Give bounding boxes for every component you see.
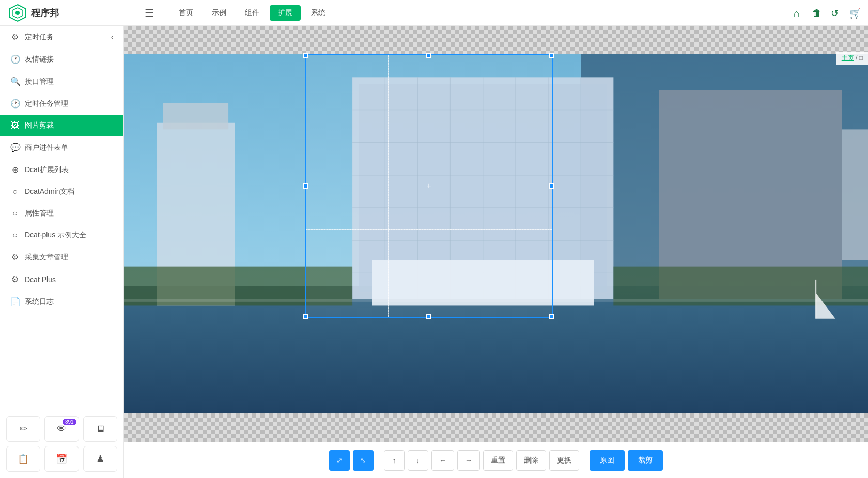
cart-icon[interactable]: 🛒 xyxy=(849,8,860,18)
toolbar: ⤢ ⤡ ↑ ↓ ← → 重置 删除 更换 原图 裁剪 xyxy=(124,442,868,478)
grid-line-h2 xyxy=(306,229,552,230)
chess-icon: ♟ xyxy=(96,453,104,465)
handle-top-right[interactable] xyxy=(549,53,554,58)
grid-line-v1 xyxy=(388,55,389,317)
change-button[interactable]: 更换 xyxy=(549,450,579,471)
crop-center[interactable]: + xyxy=(426,181,431,191)
svg-point-2 xyxy=(16,11,20,15)
plus-circle-icon: ⊕ xyxy=(10,165,20,175)
circle-icon: ○ xyxy=(10,187,20,196)
sidebar: ⚙ 定时任务 ‹ 🕐 友情链接 🔍 接口管理 🕐 定时任务管理 🖼 图片剪裁 💬… xyxy=(0,26,124,478)
handle-top-left[interactable] xyxy=(303,53,308,58)
extra-button[interactable]: ♟ xyxy=(83,446,117,472)
logo-icon xyxy=(8,4,27,22)
gear-icon: ⚙ xyxy=(10,32,20,42)
nav-components[interactable]: 组件 xyxy=(237,5,268,21)
calendar-button[interactable]: 📅 xyxy=(44,446,79,472)
header: 程序邦 ☰ 首页 示例 组件 扩展 系统 ⌂ 🗑 ↺ 🛒 xyxy=(0,0,868,26)
grid-line-h1 xyxy=(306,143,552,143)
doc-icon: 📄 xyxy=(10,297,20,306)
chevron-icon: ‹ xyxy=(111,34,113,41)
breadcrumb-home-link[interactable]: 主页 xyxy=(842,54,854,61)
monitor-button[interactable]: 🖥 xyxy=(83,416,117,442)
gear2-icon: ⚙ xyxy=(10,252,20,262)
clipboard-icon: 📋 xyxy=(18,453,29,465)
svg-rect-30 xyxy=(815,280,817,319)
notification-badge: 891 xyxy=(63,419,76,425)
nav-menu: 首页 示例 组件 扩展 系统 xyxy=(171,5,781,21)
nav-extend[interactable]: 扩展 xyxy=(270,5,301,21)
clock2-icon: 🕐 xyxy=(10,99,20,109)
nav-example[interactable]: 示例 xyxy=(204,5,235,21)
move-right-button[interactable]: → xyxy=(457,450,480,471)
circle3-icon: ○ xyxy=(10,230,20,240)
view-button[interactable]: 👁 891 xyxy=(44,416,79,442)
delete-button[interactable]: 删除 xyxy=(516,450,546,471)
sidebar-item-dcat-extensions[interactable]: ⊕ Dcat扩展列表 xyxy=(0,159,123,181)
chat-icon: 💬 xyxy=(10,143,20,152)
cropper-area[interactable]: 主页 / □ xyxy=(124,26,868,478)
reset-button[interactable]: 重置 xyxy=(483,450,513,471)
crop-button[interactable]: 裁剪 xyxy=(628,450,663,471)
handle-top-center[interactable] xyxy=(426,53,431,58)
flip-vertical-button[interactable]: ⤡ xyxy=(353,450,374,471)
breadcrumb-separator: / xyxy=(856,54,859,61)
logo: 程序邦 xyxy=(8,4,132,22)
search-icon: 🔍 xyxy=(10,76,20,86)
handle-bot-left[interactable] xyxy=(303,314,308,319)
sidebar-item-dcat-plus[interactable]: ⚙ Dcat Plus xyxy=(0,268,123,290)
sidebar-item-dcat-docs[interactable]: ○ DcatAdmin文档 xyxy=(0,181,123,203)
handle-bot-center[interactable] xyxy=(426,314,431,319)
svg-rect-7 xyxy=(163,103,228,130)
nav-system[interactable]: 系统 xyxy=(303,5,334,21)
delete-icon[interactable]: 🗑 xyxy=(812,8,823,18)
logo-text: 程序邦 xyxy=(31,7,59,19)
edit-button[interactable]: ✏ xyxy=(6,416,40,442)
sidebar-item-article-collection[interactable]: ⚙ 采集文章管理 xyxy=(0,246,123,268)
circle2-icon: ○ xyxy=(10,209,20,218)
refresh-icon[interactable]: ↺ xyxy=(831,8,841,18)
handle-bot-right[interactable] xyxy=(549,314,554,319)
clipboard-button[interactable]: 📋 xyxy=(6,446,40,472)
home-icon[interactable]: ⌂ xyxy=(794,8,804,18)
sidebar-item-attribute[interactable]: ○ 属性管理 xyxy=(0,203,123,224)
clock-icon: 🕐 xyxy=(10,54,20,64)
monitor-icon: 🖥 xyxy=(96,424,105,435)
hamburger-icon[interactable]: ☰ xyxy=(145,7,154,19)
move-left-button[interactable]: ← xyxy=(431,450,454,471)
sidebar-item-scheduled-task[interactable]: ⚙ 定时任务 ‹ xyxy=(0,26,123,48)
main-layout: ⚙ 定时任务 ‹ 🕐 友情链接 🔍 接口管理 🕐 定时任务管理 🖼 图片剪裁 💬… xyxy=(0,26,868,478)
sidebar-item-friendly-links[interactable]: 🕐 友情链接 xyxy=(0,48,123,70)
handle-mid-left[interactable] xyxy=(303,183,308,189)
original-button[interactable]: 原图 xyxy=(590,450,625,471)
flip-v-icon: ⤡ xyxy=(360,456,366,465)
content-area: 主页 / □ xyxy=(124,26,868,478)
gear3-icon: ⚙ xyxy=(10,274,20,284)
flip-horizontal-button[interactable]: ⤢ xyxy=(329,450,350,471)
breadcrumb-current: □ xyxy=(859,54,863,61)
nav-home[interactable]: 首页 xyxy=(171,5,202,21)
sidebar-item-task-management[interactable]: 🕐 定时任务管理 xyxy=(0,92,123,115)
checker-bottom xyxy=(124,413,868,442)
checker-top xyxy=(124,26,868,54)
sidebar-item-system-log[interactable]: 📄 系统日志 xyxy=(0,290,123,313)
crop-box[interactable]: + xyxy=(305,54,553,318)
sidebar-item-image-crop[interactable]: 🖼 图片剪裁 xyxy=(0,115,123,136)
sidebar-item-merchant-form[interactable]: 💬 商户进件表单 xyxy=(0,136,123,159)
sidebar-item-api-management[interactable]: 🔍 接口管理 xyxy=(0,70,123,92)
sidebar-bottom-grid: ✏ 👁 891 🖥 📋 📅 ♟ xyxy=(0,410,123,478)
header-actions: ⌂ 🗑 ↺ 🛒 xyxy=(794,8,860,18)
calendar-icon: 📅 xyxy=(56,453,67,465)
sidebar-item-dcat-plus-examples[interactable]: ○ Dcat-plus 示例大全 xyxy=(0,224,123,246)
flip-h-icon: ⤢ xyxy=(336,456,343,465)
handle-mid-right[interactable] xyxy=(549,183,554,189)
svg-rect-25 xyxy=(842,129,868,260)
grid-line-v2 xyxy=(470,55,470,317)
breadcrumb: 主页 / □ xyxy=(836,52,868,65)
move-up-button[interactable]: ↑ xyxy=(384,450,405,471)
image-icon: 🖼 xyxy=(10,121,20,130)
pencil-icon: ✏ xyxy=(20,423,27,435)
canvas-wrapper[interactable]: + xyxy=(124,26,868,442)
move-down-button[interactable]: ↓ xyxy=(408,450,428,471)
